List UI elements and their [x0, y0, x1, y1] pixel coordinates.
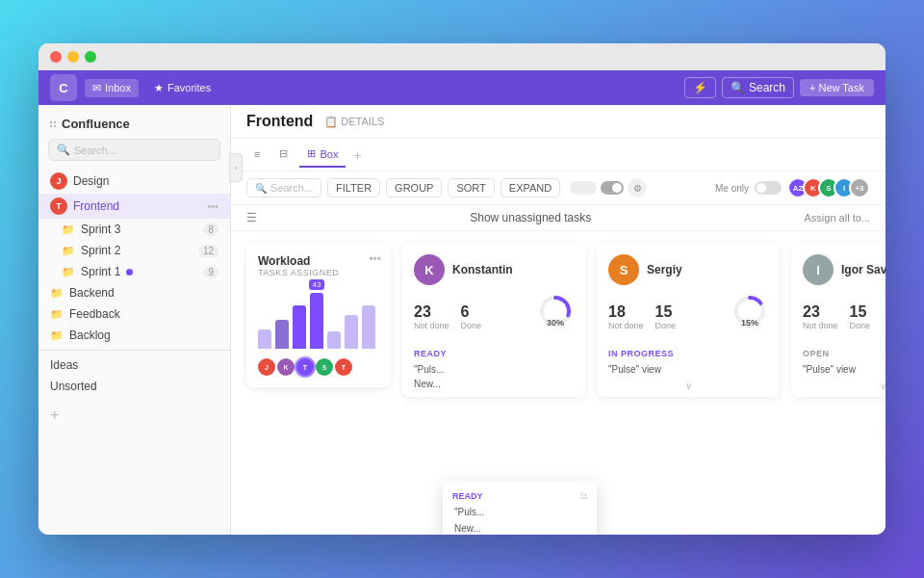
group-button[interactable]: GROUP: [386, 178, 442, 197]
chevron-down[interactable]: ∨: [608, 381, 768, 391]
task-item-1[interactable]: "Pulse" view: [608, 362, 768, 377]
bar-7: [362, 305, 375, 349]
toggle-switch[interactable]: [570, 181, 597, 195]
toolbar-search[interactable]: 🔍 Search...: [246, 178, 321, 197]
sidebar-item-backlog[interactable]: 📁 Backlog: [38, 325, 230, 346]
sprint1-count: 9: [203, 266, 218, 278]
folder-icon: 📁: [62, 245, 75, 257]
inbox-button[interactable]: ✉ Inbox: [85, 79, 139, 97]
not-done-num: 23: [414, 303, 449, 321]
sidebar-item-label: Design: [73, 174, 109, 188]
tab-box[interactable]: ⊞ Box: [299, 142, 346, 168]
bar-1: [258, 329, 271, 349]
status-section: READY "Puls... New...: [414, 349, 574, 391]
person-stats: 23 Not done 15 Done 12%: [803, 293, 886, 341]
sidebar-item-frontend[interactable]: T Frontend •••: [38, 194, 230, 219]
task-bar: ☰ Show unassigned tasks Assign all to...: [231, 205, 886, 231]
task-item-1[interactable]: "Pulse" view: [803, 362, 886, 377]
done-stat: 6 Done: [461, 303, 482, 330]
box-icon: ⊞: [307, 147, 316, 160]
sidebar-item-unsorted[interactable]: Unsorted: [38, 376, 230, 397]
content-area: Frontend 📋 DETAILS ≡ ⊟ ⊞ Box +: [231, 105, 886, 535]
sidebar-item-label: Sprint 1: [81, 265, 120, 278]
bar-4-container: 43: [310, 293, 323, 349]
person-name: Konstantin: [452, 263, 513, 276]
details-icon: 📋: [324, 116, 338, 128]
minimize-dot[interactable]: [67, 51, 79, 63]
tab-add-button[interactable]: +: [353, 147, 361, 163]
settings-icon[interactable]: ⚙: [628, 178, 647, 197]
person-header: I Igor Savelev: [803, 254, 886, 285]
folder-icon: 📁: [50, 329, 64, 342]
nav-right: ⚡ 🔍 Search + New Task: [684, 77, 874, 98]
search-icon: 🔍: [57, 144, 70, 156]
main-layout: Confluence 🔍 Design Search... J Design T…: [38, 105, 886, 535]
more-options-button[interactable]: •••: [369, 252, 381, 266]
tab-list[interactable]: ≡: [246, 143, 268, 168]
sidebar-item-sprint2[interactable]: 📁 Sprint 2 12: [38, 240, 230, 261]
tab-timeline[interactable]: ⊟: [271, 142, 295, 168]
status-label: OPEN: [803, 349, 886, 358]
task-item-1[interactable]: "Puls...: [414, 362, 574, 377]
status-section: IN PROGRESS "Pulse" view ∨: [608, 349, 768, 391]
title-bar: [38, 43, 886, 70]
task-item-2[interactable]: New...: [414, 377, 574, 391]
tab-bar: ≡ ⊟ ⊞ Box +: [231, 139, 886, 171]
sidebar-item-feedback[interactable]: 📁 Feedback: [38, 303, 230, 325]
new-task-button[interactable]: + New Task: [800, 79, 874, 96]
person-header: S Sergiy: [608, 254, 768, 285]
details-link[interactable]: 📋 DETAILS: [324, 116, 384, 128]
dropdown-task-new[interactable]: New...: [443, 520, 597, 535]
sidebar-collapse-button[interactable]: ‹: [229, 153, 243, 182]
sprint3-count: 8: [203, 223, 218, 236]
not-done-stat: 18 Not done: [608, 303, 644, 330]
hamburger-icon: ☰: [246, 211, 257, 224]
sort-button[interactable]: SORT: [448, 178, 494, 197]
person-card-konstantin: K Konstantin 23 Not done 6 Done: [402, 243, 585, 397]
chevron-down[interactable]: ∨: [803, 381, 886, 391]
person-header: K Konstantin: [414, 254, 574, 285]
status-section: OPEN "Pulse" view ∨: [803, 349, 886, 391]
expand-button[interactable]: EXPAND: [500, 178, 560, 197]
progress-label: 30%: [537, 304, 574, 341]
copy-icon: ⧉: [580, 490, 587, 502]
bar-label: 43: [309, 279, 324, 290]
sprint2-count: 12: [198, 245, 218, 257]
sort-dropdown: READY ⧉ "Puls... New... ↕ Status ✓ Prior…: [443, 481, 597, 535]
toggle-switch-2[interactable]: [601, 181, 624, 195]
sidebar-item-label: Feedback: [69, 307, 120, 321]
avatar-group: AZ K S I +3: [787, 177, 870, 198]
add-button[interactable]: +: [50, 407, 59, 423]
sidebar-item-label: Backlog: [69, 328, 111, 342]
assign-all-button[interactable]: Assign all to...: [805, 212, 870, 223]
avatar-t: T: [50, 197, 67, 215]
folder-icon: 📁: [62, 223, 75, 236]
sidebar-item-backend[interactable]: 📁 Backend: [38, 282, 230, 303]
person-stats: 23 Not done 6 Done 30%: [414, 293, 574, 341]
more-icon[interactable]: •••: [207, 200, 218, 212]
page-title: Frontend: [246, 113, 313, 130]
avatar-sergiy: S: [608, 254, 639, 285]
sidebar-item-design[interactable]: J Design: [38, 169, 230, 194]
content-header: Frontend 📋 DETAILS: [231, 105, 886, 139]
dropdown-task-pulse[interactable]: "Puls...: [443, 504, 597, 520]
search-button[interactable]: 🔍 Search: [722, 77, 794, 98]
bar-3: [293, 305, 306, 349]
sidebar-item-label: Backend: [69, 286, 115, 300]
maximize-dot[interactable]: [85, 51, 96, 63]
wl-avatar-s: S: [316, 358, 333, 376]
sidebar-item-sprint3[interactable]: 📁 Sprint 3 8: [38, 219, 230, 240]
sidebar-item-ideas[interactable]: Ideas: [38, 355, 230, 376]
favorites-button[interactable]: ★ Favorites: [146, 79, 218, 97]
bolt-button[interactable]: ⚡: [684, 77, 716, 98]
sidebar: Confluence 🔍 Design Search... J Design T…: [38, 105, 231, 535]
sidebar-search[interactable]: 🔍 Design Search...: [48, 139, 220, 161]
close-dot[interactable]: [50, 51, 62, 63]
me-only-toggle[interactable]: [755, 181, 782, 195]
ready-badge-1: READY: [452, 491, 483, 501]
toolbar: 🔍 Search... FILTER GROUP SORT EXPAND: [231, 171, 886, 205]
sidebar-item-label: Sprint 2: [81, 244, 120, 257]
sidebar-item-sprint1[interactable]: 📁 Sprint 1 9: [38, 261, 230, 282]
filter-button[interactable]: FILTER: [327, 178, 380, 197]
me-only-label: Me only: [715, 183, 749, 194]
